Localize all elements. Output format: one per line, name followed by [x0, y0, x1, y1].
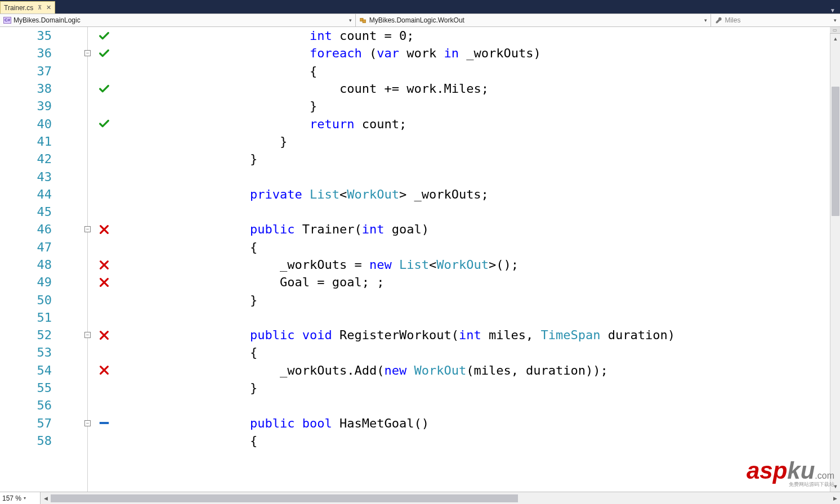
- vertical-scrollbar[interactable]: ▭ ▲ ▼: [830, 27, 840, 492]
- line-number-gutter: 3536373839404142434445464748495051525354…: [0, 27, 74, 492]
- code-line[interactable]: [190, 397, 840, 414]
- code-line[interactable]: return count;: [190, 115, 840, 132]
- splitter-icon[interactable]: ▭: [830, 27, 840, 34]
- code-line[interactable]: private List<WorkOut> _workOuts;: [190, 186, 840, 203]
- scroll-right-button[interactable]: ▶: [830, 493, 840, 503]
- scroll-thumb[interactable]: [51, 494, 518, 502]
- tab-overflow-icon[interactable]: ▼: [825, 7, 840, 14]
- chevron-down-icon: ▾: [24, 496, 26, 501]
- code-line[interactable]: {: [190, 432, 840, 449]
- nav-namespace[interactable]: C# MyBikes.DomainLogic ▾: [0, 14, 356, 26]
- test-pass-icon: [98, 83, 110, 95]
- code-line[interactable]: int count = 0;: [190, 27, 840, 44]
- horizontal-scrollbar[interactable]: ◀ ▶: [41, 493, 840, 503]
- code-line[interactable]: public Trainer(int goal): [190, 220, 840, 238]
- code-line[interactable]: }: [190, 133, 840, 150]
- line-number: 43: [0, 170, 60, 184]
- line-number: 57: [0, 416, 60, 430]
- fold-toggle[interactable]: −: [84, 420, 91, 426]
- chevron-down-icon: ▾: [704, 17, 707, 23]
- line-number: 56: [0, 398, 60, 412]
- test-pass-icon: [98, 30, 110, 42]
- pin-icon[interactable]: ⊼: [38, 4, 42, 11]
- test-notrun-icon: [98, 417, 110, 429]
- zoom-select[interactable]: 157 % ▾: [0, 492, 41, 504]
- scroll-up-button[interactable]: ▲: [830, 34, 840, 44]
- code-line[interactable]: count += work.Miles;: [190, 80, 840, 97]
- code-line[interactable]: }: [190, 97, 840, 115]
- line-number: 51: [0, 310, 60, 325]
- line-number: 54: [0, 363, 60, 377]
- code-line[interactable]: {: [190, 62, 840, 80]
- code-line[interactable]: }: [190, 379, 840, 397]
- nav-member[interactable]: Miles ▾: [711, 14, 840, 26]
- navigation-bar: C# MyBikes.DomainLogic ▾ MyBikes.DomainL…: [0, 14, 840, 27]
- line-number: 58: [0, 434, 60, 448]
- line-number: 47: [0, 240, 60, 254]
- code-line[interactable]: [190, 309, 840, 326]
- nav-namespace-label: MyBikes.DomainLogic: [14, 16, 81, 24]
- line-number: 46: [0, 222, 60, 236]
- test-fail-icon: [98, 329, 110, 341]
- class-icon: [359, 16, 367, 24]
- code-line[interactable]: }: [190, 150, 840, 168]
- scroll-down-button[interactable]: ▼: [830, 482, 840, 492]
- line-number: 35: [0, 29, 60, 43]
- fold-toggle[interactable]: −: [84, 50, 91, 56]
- code-line[interactable]: _workOuts = new List<WorkOut>();: [190, 256, 840, 273]
- tab-bar: Trainer.cs ⊼ ✕ ▼: [0, 0, 840, 14]
- scroll-left-button[interactable]: ◀: [41, 493, 51, 503]
- code-line[interactable]: {: [190, 344, 840, 361]
- code-line[interactable]: }: [190, 291, 840, 308]
- nav-class[interactable]: MyBikes.DomainLogic.WorkOut ▾: [356, 14, 712, 26]
- file-tab[interactable]: Trainer.cs ⊼ ✕: [0, 1, 55, 14]
- chevron-down-icon: ▾: [834, 17, 837, 23]
- test-fail-icon: [98, 276, 110, 289]
- test-fail-icon: [98, 364, 110, 376]
- line-number: 40: [0, 117, 60, 131]
- line-number: 44: [0, 187, 60, 201]
- test-pass-icon: [98, 118, 110, 130]
- test-pass-icon: [98, 47, 110, 60]
- code-line[interactable]: {: [190, 238, 840, 256]
- line-number: 49: [0, 275, 60, 289]
- test-fail-icon: [98, 259, 110, 271]
- line-number: 39: [0, 99, 60, 113]
- code-area[interactable]: int count = 0;foreach (var work in _work…: [190, 27, 840, 492]
- csharp-icon: C#: [3, 17, 11, 24]
- close-icon[interactable]: ✕: [46, 4, 51, 11]
- line-number: 42: [0, 152, 60, 166]
- line-number: 38: [0, 82, 60, 96]
- line-number: 41: [0, 134, 60, 148]
- code-editor[interactable]: 3536373839404142434445464748495051525354…: [0, 27, 840, 492]
- test-fail-icon: [98, 223, 110, 236]
- code-line[interactable]: [190, 203, 840, 220]
- line-number: 37: [0, 64, 60, 78]
- code-line[interactable]: [190, 168, 840, 185]
- status-bar: 157 % ▾ ◀ ▶: [0, 492, 840, 504]
- editor-margin: −−−−: [74, 27, 190, 492]
- code-line[interactable]: public void RegisterWorkout(int miles, T…: [190, 326, 840, 344]
- nav-class-label: MyBikes.DomainLogic.WorkOut: [369, 16, 464, 24]
- line-number: 50: [0, 293, 60, 307]
- code-line[interactable]: Goal = goal; ;: [190, 273, 840, 291]
- wrench-icon: [714, 16, 722, 24]
- zoom-value: 157 %: [2, 494, 21, 502]
- tab-label: Trainer.cs: [4, 4, 33, 12]
- line-number: 45: [0, 205, 60, 219]
- chevron-down-icon: ▾: [349, 17, 352, 23]
- line-number: 48: [0, 258, 60, 272]
- fold-toggle[interactable]: −: [84, 332, 91, 338]
- code-line[interactable]: foreach (var work in _workOuts): [190, 44, 840, 62]
- fold-toggle[interactable]: −: [84, 226, 91, 232]
- code-line[interactable]: public bool HasMetGoal(): [190, 415, 840, 432]
- scroll-thumb[interactable]: [832, 87, 839, 216]
- svg-rect-2: [100, 422, 109, 424]
- line-number: 52: [0, 328, 60, 342]
- line-number: 55: [0, 381, 60, 395]
- svg-rect-1: [363, 20, 365, 22]
- line-number: 36: [0, 46, 60, 60]
- nav-member-label: Miles: [725, 16, 740, 24]
- code-line[interactable]: _workOuts.Add(new WorkOut(miles, duratio…: [190, 362, 840, 379]
- line-number: 53: [0, 345, 60, 359]
